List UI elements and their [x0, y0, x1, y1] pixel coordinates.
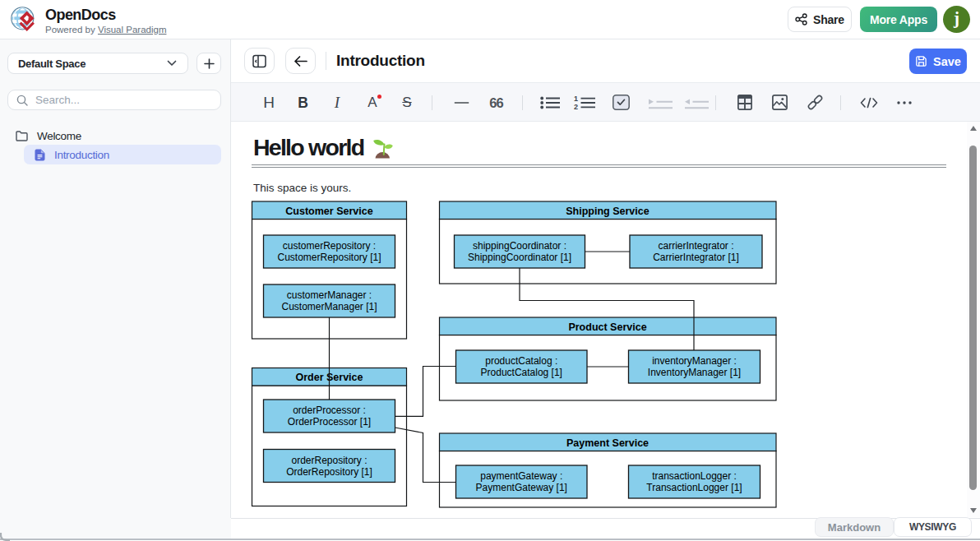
svg-text:OrderRepository [1]: OrderRepository [1]: [286, 466, 372, 478]
svg-text:ProductCatalog [1]: ProductCatalog [1]: [481, 367, 562, 378]
svg-text:CarrierIntegrator [1]: CarrierIntegrator [1]: [653, 252, 739, 263]
svg-text:Payment Service: Payment Service: [566, 437, 649, 449]
svg-text:CustomerManager [1]: CustomerManager [1]: [281, 301, 377, 312]
svg-text:InventoryManager [1]: InventoryManager [1]: [648, 367, 741, 378]
svg-text:1: 1: [574, 95, 578, 103]
svg-text:Shipping Service: Shipping Service: [566, 206, 649, 217]
svg-text:Product Service: Product Service: [568, 321, 646, 333]
svg-text:TransactionLogger [1]: TransactionLogger [1]: [646, 482, 742, 493]
svg-text:shippingCoordinator :: shippingCoordinator :: [473, 240, 566, 252]
svg-text:paymentGateway :: paymentGateway :: [480, 470, 562, 482]
svg-text:PaymentGateway [1]: PaymentGateway [1]: [476, 482, 567, 493]
svg-text:customerRepository :: customerRepository :: [283, 240, 376, 252]
svg-text:CustomerRepository [1]: CustomerRepository [1]: [277, 252, 381, 263]
svg-text:OrderProcessor [1]: OrderProcessor [1]: [288, 416, 371, 428]
svg-text:productCatalog :: productCatalog :: [485, 355, 557, 367]
svg-text:transactionLogger :: transactionLogger :: [652, 470, 737, 482]
svg-text:2: 2: [574, 103, 578, 110]
svg-text:carrierIntegrator :: carrierIntegrator :: [658, 240, 733, 252]
svg-text:customerManager :: customerManager :: [287, 289, 372, 301]
svg-text:orderProcessor :: orderProcessor :: [293, 405, 366, 416]
svg-text:orderRepository :: orderRepository :: [291, 455, 367, 466]
svg-text:Customer Service: Customer Service: [285, 206, 372, 217]
svg-text:ShippingCoordinator [1]: ShippingCoordinator [1]: [468, 252, 571, 263]
svg-text:inventoryManager :: inventoryManager :: [652, 355, 737, 367]
